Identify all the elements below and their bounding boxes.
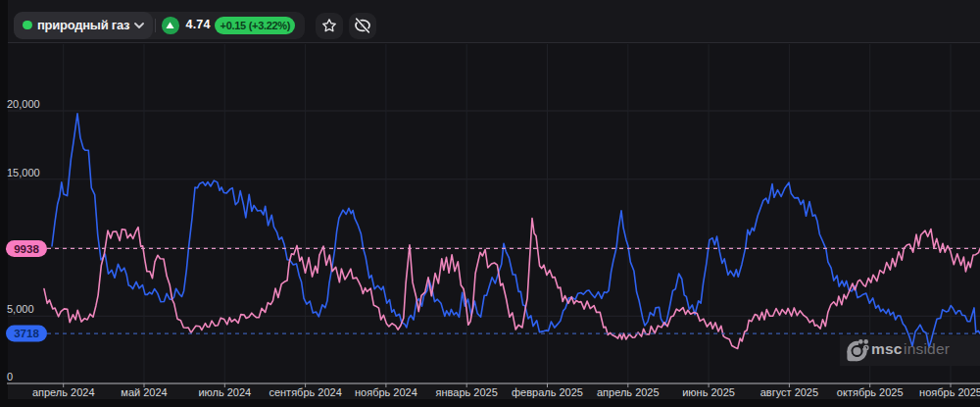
svg-text:февраль 2025: февраль 2025 xyxy=(512,386,583,398)
svg-text:ноябрь 2025: ноябрь 2025 xyxy=(919,386,980,398)
svg-text:5,000: 5,000 xyxy=(7,303,34,315)
svg-text:июнь 2025: июнь 2025 xyxy=(682,386,735,398)
svg-text:май 2024: май 2024 xyxy=(121,386,167,398)
svg-text:январь 2025: январь 2025 xyxy=(436,386,498,398)
svg-text:9938: 9938 xyxy=(14,243,39,255)
svg-text:июль 2024: июль 2024 xyxy=(198,386,251,398)
svg-text:msc: msc xyxy=(871,340,903,357)
svg-text:август 2025: август 2025 xyxy=(760,386,818,398)
svg-text:3718: 3718 xyxy=(14,328,39,339)
svg-text:апрель 2025: апрель 2025 xyxy=(597,386,660,398)
svg-text:20,000: 20,000 xyxy=(7,98,40,110)
svg-text:insider: insider xyxy=(904,340,950,357)
svg-text:апрель 2024: апрель 2024 xyxy=(32,386,95,398)
svg-text:15,000: 15,000 xyxy=(7,167,40,178)
svg-text:октябрь 2025: октябрь 2025 xyxy=(837,386,904,398)
svg-text:0: 0 xyxy=(7,371,13,382)
svg-text:сентябрь 2024: сентябрь 2024 xyxy=(269,386,341,398)
svg-text:ноябрь 2024: ноябрь 2024 xyxy=(355,386,417,398)
